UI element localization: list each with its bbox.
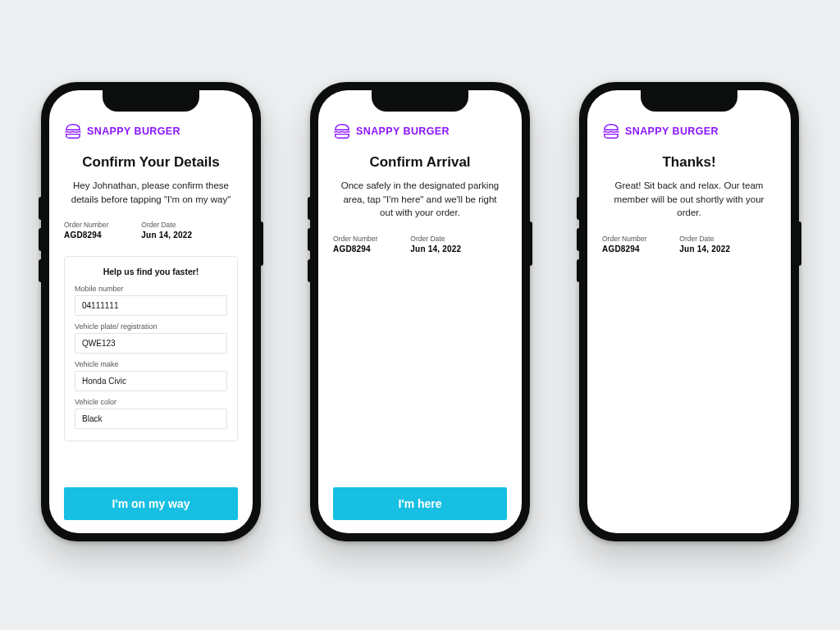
form-heading: Help us find you faster! bbox=[75, 267, 227, 276]
intro-text: Once safely in the designated parking ar… bbox=[333, 179, 507, 220]
app-screen-confirm-details: SNAPPY BURGER Confirm Your Details Hey J… bbox=[49, 90, 253, 533]
brand-name: SNAPPY BURGER bbox=[625, 126, 719, 137]
order-number-label: Order Number bbox=[602, 235, 646, 243]
app-screen-thanks: SNAPPY BURGER Thanks! Great! Sit back an… bbox=[587, 90, 791, 533]
plate-input[interactable] bbox=[75, 333, 227, 354]
order-date-block: Order Date Jun 14, 2022 bbox=[679, 235, 730, 253]
page-title: Confirm Arrival bbox=[333, 154, 507, 171]
order-number-label: Order Number bbox=[64, 221, 108, 229]
order-date-label: Order Date bbox=[410, 235, 461, 243]
brand-header: SNAPPY BURGER bbox=[602, 123, 776, 139]
intro-text: Great! Sit back and relax. Our team memb… bbox=[602, 179, 776, 220]
mobile-label: Mobile number bbox=[75, 285, 227, 293]
device-notch bbox=[641, 90, 737, 112]
intro-text: Hey Johnathan, please confirm these deta… bbox=[64, 179, 238, 206]
brand-name: SNAPPY BURGER bbox=[356, 126, 450, 137]
brand-header: SNAPPY BURGER bbox=[333, 123, 507, 139]
make-label: Vehicle make bbox=[75, 360, 227, 368]
mobile-input[interactable] bbox=[75, 295, 227, 316]
make-input[interactable] bbox=[75, 371, 227, 391]
plate-label: Vehicle plate/ registration bbox=[75, 322, 227, 331]
order-number-value: AGD8294 bbox=[602, 244, 646, 253]
field-make: Vehicle make bbox=[75, 360, 227, 391]
field-mobile: Mobile number bbox=[75, 285, 227, 316]
device-notch bbox=[372, 90, 468, 112]
order-date-value: Jun 14, 2022 bbox=[410, 244, 461, 253]
mockup-stage: SNAPPY BURGER Confirm Your Details Hey J… bbox=[0, 0, 840, 541]
brand-header: SNAPPY BURGER bbox=[64, 123, 238, 139]
burger-logo-icon bbox=[602, 123, 620, 139]
device-notch bbox=[103, 90, 199, 112]
order-number-value: AGD8294 bbox=[64, 231, 108, 240]
order-date-value: Jun 14, 2022 bbox=[679, 244, 730, 253]
field-color: Vehicle color bbox=[75, 398, 227, 429]
phone-frame: SNAPPY BURGER Confirm Arrival Once safel… bbox=[310, 82, 530, 541]
order-date-block: Order Date Jun 14, 2022 bbox=[141, 221, 192, 240]
order-date-block: Order Date Jun 14, 2022 bbox=[410, 235, 461, 253]
phone-frame: SNAPPY BURGER Confirm Your Details Hey J… bbox=[41, 82, 261, 541]
brand-name: SNAPPY BURGER bbox=[87, 126, 180, 137]
app-screen-confirm-arrival: SNAPPY BURGER Confirm Arrival Once safel… bbox=[318, 90, 522, 533]
field-plate: Vehicle plate/ registration bbox=[75, 322, 227, 354]
phone-frame: SNAPPY BURGER Thanks! Great! Sit back an… bbox=[579, 82, 799, 541]
order-date-label: Order Date bbox=[141, 221, 192, 229]
page-title: Confirm Your Details bbox=[64, 154, 238, 171]
order-meta: Order Number AGD8294 Order Date Jun 14, … bbox=[602, 235, 776, 253]
order-meta: Order Number AGD8294 Order Date Jun 14, … bbox=[64, 221, 238, 240]
order-number-block: Order Number AGD8294 bbox=[333, 235, 377, 253]
on-my-way-button[interactable]: I'm on my way bbox=[64, 487, 238, 520]
order-number-value: AGD8294 bbox=[333, 244, 377, 253]
color-input[interactable] bbox=[75, 409, 227, 429]
color-label: Vehicle color bbox=[75, 398, 227, 406]
order-date-label: Order Date bbox=[679, 235, 730, 243]
im-here-button[interactable]: I'm here bbox=[333, 487, 507, 520]
order-meta: Order Number AGD8294 Order Date Jun 14, … bbox=[333, 235, 507, 253]
order-date-value: Jun 14, 2022 bbox=[141, 231, 192, 240]
order-number-block: Order Number AGD8294 bbox=[602, 235, 646, 253]
burger-logo-icon bbox=[333, 123, 351, 139]
burger-logo-icon bbox=[64, 123, 82, 139]
page-title: Thanks! bbox=[602, 154, 776, 171]
vehicle-details-card: Help us find you faster! Mobile number V… bbox=[64, 256, 238, 441]
order-number-block: Order Number AGD8294 bbox=[64, 221, 108, 240]
order-number-label: Order Number bbox=[333, 235, 377, 243]
